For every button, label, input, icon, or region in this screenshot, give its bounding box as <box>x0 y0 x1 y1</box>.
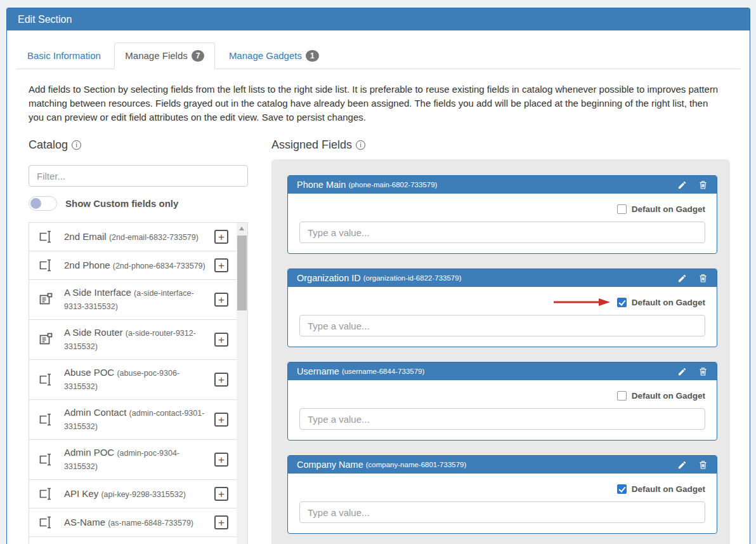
catalog-item-name: AS-Name <box>64 517 105 527</box>
default-on-gadget-checkbox[interactable] <box>617 298 627 307</box>
add-field-button[interactable] <box>214 413 228 427</box>
scroll-up-arrow-icon[interactable] <box>239 227 244 230</box>
catalog-item[interactable]: Admin Contact (admin-contact-9301-331553… <box>29 400 237 440</box>
catalog-item-name: A Side Router <box>64 327 123 338</box>
add-field-button[interactable] <box>214 230 228 244</box>
text-field-icon <box>38 372 53 387</box>
add-field-button[interactable] <box>214 333 228 347</box>
field-value-input[interactable] <box>299 408 705 430</box>
assigned-field-name: Company Name <box>297 460 363 470</box>
text-field-icon <box>38 229 53 244</box>
edit-field-icon[interactable] <box>677 274 687 283</box>
catalog-column: Catalog Show Custom fields only 2nd Emai… <box>29 138 248 544</box>
assigned-field-card: Organization ID (organization-id-6822-73… <box>287 269 717 347</box>
tab-manage-gadgets[interactable]: Manage Gadgets1 <box>218 43 330 69</box>
catalog-title: Catalog <box>29 138 248 152</box>
edit-field-icon[interactable] <box>677 180 687 190</box>
assigned-field-card: Phone Main (phone-main-6802-733579) Defa… <box>287 175 717 254</box>
catalog-scrollbar[interactable] <box>237 223 247 544</box>
info-icon[interactable] <box>72 140 81 150</box>
assigned-field-card-header: Company Name (company-name-6801-733579) <box>288 456 717 474</box>
assigned-fields-column: Assigned Fields Phone Main (phone-main-6… <box>271 138 730 544</box>
delete-field-icon[interactable] <box>698 460 708 470</box>
edit-field-icon[interactable] <box>677 460 687 470</box>
catalog-item[interactable]: API Key (api-key-9298-3315532) <box>29 480 237 508</box>
catalog-item-name: 2nd Email <box>64 231 107 242</box>
tab-label: Manage Fields <box>125 50 187 61</box>
pointer-arrow-icon <box>552 298 611 307</box>
text-field-icon <box>38 452 53 467</box>
delete-field-icon[interactable] <box>698 366 708 376</box>
catalog-item[interactable]: AS-Name (as-name-6848-733579) <box>29 508 237 537</box>
text-field-icon <box>38 412 53 427</box>
delete-field-icon[interactable] <box>698 273 708 283</box>
add-field-button[interactable] <box>214 515 228 529</box>
description-text: Add fields to Section by selecting field… <box>29 83 721 124</box>
catalog-item[interactable]: 2nd Email (2nd-email-6832-733579) <box>29 223 237 251</box>
catalog-item-name: A Side Interface <box>64 287 131 298</box>
info-icon[interactable] <box>356 140 365 150</box>
catalog-title-text: Catalog <box>29 138 68 151</box>
toggle-row: Show Custom fields only <box>29 196 248 211</box>
default-on-gadget-label: Default on Gadget <box>632 484 705 494</box>
default-on-gadget-checkbox[interactable] <box>617 484 627 494</box>
show-custom-fields-toggle[interactable] <box>29 196 57 211</box>
catalog-item[interactable]: AS-Name (as-name-6857-733579) <box>29 537 237 544</box>
catalog-item[interactable]: A Side Interface (a-side-interface-9313-… <box>29 280 237 320</box>
assigned-fields-title-text: Assigned Fields <box>271 138 352 151</box>
default-on-gadget-checkbox[interactable] <box>617 204 627 214</box>
field-value-input[interactable] <box>299 222 705 243</box>
default-on-gadget-row: Default on Gadget <box>299 389 705 402</box>
catalog-item-id: (2nd-email-6832-733579) <box>109 233 199 242</box>
assigned-field-name: Organization ID <box>297 273 361 283</box>
add-field-button[interactable] <box>214 373 228 387</box>
tab-count-badge: 7 <box>192 50 205 62</box>
edit-section-panel: Edit Section Basic Information Manage Fi… <box>6 8 750 544</box>
add-field-button[interactable] <box>214 258 228 272</box>
add-field-button[interactable] <box>214 453 228 467</box>
edit-field-icon[interactable] <box>677 367 687 376</box>
default-on-gadget-label: Default on Gadget <box>632 298 705 307</box>
tab-count-badge: 1 <box>306 50 319 62</box>
delete-field-icon[interactable] <box>698 180 708 190</box>
assigned-field-card-header: Organization ID (organization-id-6822-73… <box>288 269 717 287</box>
assigned-fields-title: Assigned Fields <box>271 138 730 152</box>
catalog-item[interactable]: 2nd Phone (2nd-phone-6834-733579) <box>29 251 237 280</box>
catalog-item[interactable]: Admin POC (admin-poc-9304-3315532) <box>29 440 237 480</box>
filter-input[interactable] <box>29 165 248 187</box>
field-value-input[interactable] <box>299 315 705 336</box>
add-field-button[interactable] <box>214 293 228 307</box>
assigned-field-card: Company Name (company-name-6801-733579) … <box>287 455 717 534</box>
assigned-field-id: (username-6844-733579) <box>342 368 424 375</box>
tab-manage-fields[interactable]: Manage Fields7 <box>114 43 215 69</box>
catalog-item-name: Admin POC <box>64 447 114 458</box>
tab-bar: Basic Information Manage Fields7 Manage … <box>16 42 740 69</box>
default-on-gadget-row: Default on Gadget <box>299 482 705 495</box>
assigned-field-card-body: Default on Gadget <box>288 380 717 440</box>
catalog-list: 2nd Email (2nd-email-6832-733579) 2nd Ph… <box>29 222 248 544</box>
tab-label: Basic Information <box>27 50 101 61</box>
assigned-field-card-header: Username (username-6844-733579) <box>288 362 717 380</box>
text-field-icon <box>38 486 53 501</box>
add-field-button[interactable] <box>214 487 228 501</box>
catalog-item-id: (as-name-6848-733579) <box>108 519 193 527</box>
card-header-actions <box>677 366 708 376</box>
field-value-input[interactable] <box>299 501 705 523</box>
list-field-icon <box>38 332 53 347</box>
tab-label: Manage Gadgets <box>229 50 302 61</box>
assigned-field-card-body: Default on Gadget <box>288 474 717 533</box>
default-on-gadget-checkbox[interactable] <box>617 391 627 401</box>
catalog-item[interactable]: A Side Router (a-side-router-9312-331553… <box>29 320 237 360</box>
tab-basic-information[interactable]: Basic Information <box>16 43 112 69</box>
columns: Catalog Show Custom fields only 2nd Emai… <box>29 138 740 544</box>
assigned-field-id: (phone-main-6802-733579) <box>348 181 437 189</box>
default-on-gadget-label: Default on Gadget <box>632 391 705 401</box>
panel-body: Basic Information Manage Fields7 Manage … <box>7 30 750 544</box>
panel-title: Edit Section <box>7 8 750 30</box>
catalog-item[interactable]: Abuse POC (abuse-poc-9306-3315532) <box>29 360 237 400</box>
assigned-field-card-body: Default on Gadget <box>288 287 717 347</box>
assigned-field-name: Username <box>297 366 339 376</box>
assigned-field-id: (organization-id-6822-733579) <box>363 274 462 282</box>
scrollbar-thumb[interactable] <box>237 236 247 310</box>
card-header-actions <box>677 180 708 190</box>
